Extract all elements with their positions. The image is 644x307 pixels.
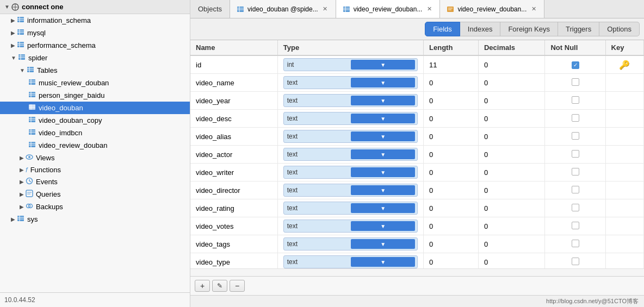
field-type-cell[interactable]: text▼ <box>277 74 423 92</box>
sidebar-item-music_review_douban[interactable]: music_review_douban <box>0 77 190 89</box>
tab-options-button[interactable]: Options <box>599 22 640 36</box>
not-null-checkbox[interactable] <box>572 240 579 247</box>
sidebar-item-video_review_douban[interactable]: video_review_douban <box>0 139 190 152</box>
field-notnull-cell[interactable] <box>545 128 605 146</box>
table-row[interactable]: video_yeartext▼00 <box>190 92 644 110</box>
tab-close-button[interactable]: ✕ <box>321 5 329 13</box>
tab-triggers-button[interactable]: Triggers <box>558 22 599 36</box>
field-type-cell[interactable]: text▼ <box>277 217 423 235</box>
table-row[interactable]: video_nametext▼00 <box>190 74 644 92</box>
add-field-button[interactable]: + <box>195 280 210 292</box>
not-null-checkbox[interactable] <box>572 114 579 122</box>
sidebar-item-views[interactable]: ▶ Views <box>0 152 190 164</box>
sidebar-item-performance_schema[interactable]: ▶ performance_schema <box>0 39 190 52</box>
field-notnull-cell[interactable] <box>545 217 605 235</box>
field-type-cell[interactable]: text▼ <box>277 92 423 110</box>
not-null-checkbox[interactable] <box>572 78 579 86</box>
sidebar-item-video_imdbcn[interactable]: video_imdbcn <box>0 127 190 139</box>
table-row[interactable]: video_tagstext▼00 <box>190 235 644 253</box>
table-row[interactable]: video_typetext▼00 <box>190 253 644 269</box>
field-type-dropdown[interactable]: text▼ <box>283 255 418 268</box>
sidebar-label: performance_schema <box>27 41 96 49</box>
field-type-cell[interactable]: text▼ <box>277 164 423 181</box>
field-notnull-cell[interactable] <box>545 55 605 74</box>
not-null-checkbox[interactable] <box>572 204 579 211</box>
tab-objects[interactable]: Objects <box>190 0 230 18</box>
field-type-cell[interactable]: text▼ <box>277 199 423 217</box>
sidebar-item-person_singer_baidu[interactable]: person_singer_baidu <box>0 89 190 102</box>
field-notnull-cell[interactable] <box>545 146 605 164</box>
field-notnull-cell[interactable] <box>545 164 605 181</box>
field-type-cell[interactable]: text▼ <box>277 146 423 164</box>
edit-field-button[interactable]: ✎ <box>212 280 227 292</box>
field-type-cell[interactable]: int▼ <box>277 55 423 74</box>
not-null-checkbox[interactable] <box>572 168 579 176</box>
sidebar-item-sys[interactable]: ▶ sys <box>0 213 190 225</box>
not-null-checkbox[interactable] <box>572 222 579 229</box>
field-notnull-cell[interactable] <box>545 92 605 110</box>
field-type-cell[interactable]: text▼ <box>277 235 423 253</box>
field-notnull-cell[interactable] <box>545 199 605 217</box>
field-notnull-cell[interactable] <box>545 181 605 199</box>
field-type-cell[interactable]: text▼ <box>277 128 423 146</box>
field-notnull-cell[interactable] <box>545 235 605 253</box>
field-notnull-cell[interactable] <box>545 74 605 92</box>
sidebar-item-functions[interactable]: ▶ f Functions <box>0 164 190 176</box>
sidebar-item-information_schema[interactable]: ▶ information_schema <box>0 14 190 27</box>
field-length-cell: 0 <box>424 128 479 146</box>
sidebar-item-backups[interactable]: ▶ Backups <box>0 201 190 213</box>
table-row[interactable]: idint▼110🔑 <box>190 55 644 74</box>
field-type-dropdown[interactable]: text▼ <box>283 237 418 250</box>
field-type-cell[interactable]: text▼ <box>277 253 423 269</box>
table-row[interactable]: video_ratingtext▼00 <box>190 199 644 217</box>
sidebar-label: video_review_douban <box>39 141 107 149</box>
field-type-dropdown[interactable]: text▼ <box>283 76 418 89</box>
field-type-dropdown[interactable]: int▼ <box>283 58 418 71</box>
tab-close-button[interactable]: ✕ <box>425 5 433 13</box>
field-name-cell: video_votes <box>190 217 277 235</box>
field-type-dropdown[interactable]: text▼ <box>283 94 418 107</box>
tab-fields-button[interactable]: Fields <box>425 22 460 36</box>
field-type-cell[interactable]: text▼ <box>277 110 423 128</box>
table-row[interactable]: video_actortext▼00 <box>190 146 644 164</box>
table-row[interactable]: video_writertext▼00 <box>190 164 644 181</box>
not-null-checkbox[interactable] <box>572 150 579 158</box>
sidebar-item-mysql[interactable]: ▶ mysql <box>0 27 190 39</box>
field-type-value: text <box>287 79 351 86</box>
field-type-dropdown[interactable]: text▼ <box>283 112 418 125</box>
sidebar-item-video_douban[interactable]: video_douban <box>0 102 190 114</box>
tab-video_review_douban_2[interactable]: video_review_douban... ✕ <box>440 0 544 18</box>
tab-indexes-button[interactable]: Indexes <box>460 22 501 36</box>
not-null-checkbox[interactable] <box>572 258 579 265</box>
field-notnull-cell[interactable] <box>545 253 605 269</box>
field-notnull-cell[interactable] <box>545 110 605 128</box>
table-row[interactable]: video_directortext▼00 <box>190 181 644 199</box>
not-null-checkbox[interactable] <box>572 61 579 69</box>
not-null-checkbox[interactable] <box>572 96 579 104</box>
not-null-checkbox[interactable] <box>572 186 579 193</box>
table-row[interactable]: video_votestext▼00 <box>190 217 644 235</box>
sidebar-item-video_douban_copy[interactable]: video_douban_copy <box>0 114 190 127</box>
table-row[interactable]: video_aliastext▼00 <box>190 128 644 146</box>
table-row[interactable]: video_desctext▼00 <box>190 110 644 128</box>
tab-video_douban[interactable]: video_douban @spide... ✕ <box>230 0 336 18</box>
tab-close-button[interactable]: ✕ <box>530 5 537 13</box>
dropdown-arrow: ▼ <box>351 221 415 231</box>
horizontal-scrollbar[interactable] <box>190 268 644 276</box>
sidebar-item-queries[interactable]: ▶ Queries <box>0 188 190 201</box>
field-type-dropdown[interactable]: text▼ <box>283 220 418 233</box>
tab-video_review_douban_1[interactable]: video_review_douban... ✕ <box>336 0 441 18</box>
sidebar-item-events[interactable]: ▶ Events <box>0 176 190 188</box>
sidebar-item-tables[interactable]: ▼ Tables <box>0 64 190 77</box>
field-type-dropdown[interactable]: text▼ <box>283 202 418 215</box>
remove-field-button[interactable]: − <box>230 280 245 292</box>
field-type-dropdown[interactable]: text▼ <box>283 166 418 179</box>
field-type-dropdown[interactable]: text▼ <box>283 148 418 161</box>
field-type-dropdown[interactable]: text▼ <box>283 130 418 143</box>
field-type-dropdown[interactable]: text▼ <box>283 184 418 197</box>
sidebar-item-spider[interactable]: ▼ spider <box>0 52 190 64</box>
connection-item[interactable]: ▼ connect one <box>0 0 190 14</box>
tab-foreign-keys-button[interactable]: Foreign Keys <box>500 22 558 36</box>
field-type-cell[interactable]: text▼ <box>277 181 423 199</box>
not-null-checkbox[interactable] <box>572 132 579 140</box>
